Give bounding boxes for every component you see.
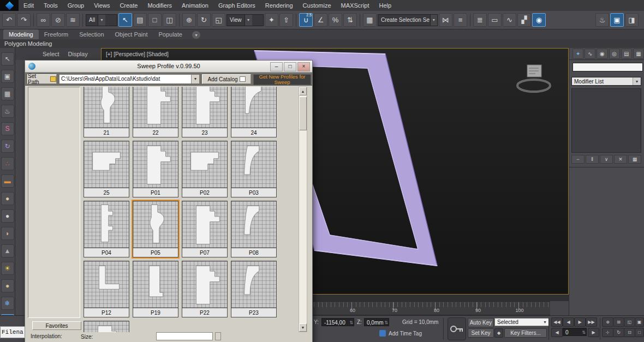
left-sphere-icon[interactable]: ● [1,209,14,223]
percent-snap-icon[interactable]: % [329,13,342,27]
left-select-icon[interactable]: ↖ [1,52,14,65]
select-manipulate-icon[interactable]: ✦ [265,13,278,27]
menu-customize[interactable]: Customize [298,0,336,11]
rendered-frame-icon[interactable]: ▣ [610,13,624,27]
menu-tools[interactable]: Tools [39,0,63,11]
make-unique-icon[interactable]: ∨ [600,155,613,164]
ribbon-group-display[interactable]: Display [68,51,88,57]
profile-item-P19[interactable]: P19 [133,261,178,317]
profile-item-P04[interactable]: P04 [84,201,129,257]
select-move-icon[interactable]: ⊕ [182,13,196,27]
favorites-button[interactable]: Favorites [32,321,81,330]
pan-icon[interactable]: ⊹ [602,328,613,337]
curve-editor-icon[interactable]: ∿ [503,13,516,27]
undo-icon[interactable]: ↶ [2,13,16,27]
spinner-icon[interactable]: ⇅ [349,319,353,327]
selection-region-icon[interactable]: □ [148,13,162,27]
create-tab-icon[interactable]: ✦ [573,49,583,59]
maximize-viewport-icon[interactable]: ⊡ [624,328,635,337]
left-geosphere-icon[interactable]: ● [1,279,14,292]
profile-item-P05-selected[interactable]: P05 [133,201,178,257]
tab-freeform[interactable]: Freeform [39,29,74,39]
left-cone-icon[interactable]: ▲ [1,244,14,257]
viewport-label[interactable]: [+] [Perspective] [Shaded] [106,51,169,57]
modify-tab-icon[interactable]: ∿ [585,49,595,59]
pin-stack-icon[interactable]: − [571,155,585,164]
left-sun-icon[interactable]: ☀ [1,262,14,275]
left-teapot-icon[interactable]: ♨ [1,105,14,118]
menu-edit[interactable]: Edit [19,0,39,11]
maxscript-listener[interactable]: Filena [0,326,25,338]
edit-named-selections-icon[interactable]: ▦ [363,13,377,27]
add-catalog-button[interactable]: Add Catalog [202,74,251,84]
spinner-snap-icon[interactable]: ⇅ [343,13,357,27]
menu-help[interactable]: Help [374,0,397,11]
left-blob-icon[interactable]: ● [1,192,14,205]
profile-item-P08[interactable]: P08 [231,201,277,257]
go-start-button[interactable]: ◀◀ [551,317,563,327]
select-link-icon[interactable]: ∞ [37,13,50,27]
profile-item-P02[interactable]: P02 [182,141,228,197]
max-logo-button[interactable] [0,0,19,11]
left-swirl-icon[interactable]: ↻ [1,140,14,153]
next-key-button[interactable]: ▶ [588,328,599,337]
named-selection-dropdown[interactable]: Create Selection Se ▾ [378,14,438,26]
render-production-icon[interactable]: ◨ [625,13,639,27]
menu-maxscript[interactable]: MAXScript [336,0,374,11]
profile-item-P12[interactable]: P12 [84,261,129,317]
add-time-tag-label[interactable]: Add Time Tag [389,331,422,337]
angle-snap-icon[interactable]: ∠ [314,13,327,27]
bind-spacewarp-icon[interactable]: ≋ [66,13,80,27]
orbit-icon[interactable]: ↻ [613,328,624,337]
zoom-extents-icon[interactable]: ◱ [624,317,635,327]
reference-coordinate-dropdown[interactable]: View ▾ [226,14,264,26]
path-combobox[interactable]: C:\Users\Яна\AppData\Local\Kstudio\dat ▾ [59,74,200,84]
select-object-icon[interactable]: ↖ [118,13,132,27]
ribbon-toggle-icon[interactable]: ▭ [488,13,502,27]
profile-item-24[interactable]: 24 [231,87,277,137]
mirror-icon[interactable]: ⋈ [439,13,452,27]
set-keys-button[interactable] [448,317,466,340]
zoom-region-icon[interactable]: ▣ [635,317,644,327]
left-bowl-icon[interactable]: ◗ [1,227,14,240]
selection-set-dropdown[interactable]: Selected ▾ [494,318,549,326]
menu-animation[interactable]: Animation [177,0,213,11]
set-key-button[interactable]: Set Key [468,328,494,338]
key-filters-button[interactable]: Key Filters... [504,328,547,338]
set-path-button[interactable]: Set Path [27,74,57,84]
profile-item-P01[interactable]: P01 [133,141,178,197]
snap-toggle-icon[interactable]: ∪2.5 [299,13,313,27]
align-icon[interactable]: ≡ [454,13,467,27]
modifier-stack[interactable] [571,88,641,153]
left-particles-icon[interactable]: ∴ [1,157,14,170]
configure-stack-icon[interactable]: ▦ [628,155,641,164]
ribbon-overflow-button[interactable]: ▾ [192,31,200,39]
profile-item-25[interactable]: 25 [84,141,129,197]
previous-frame-button[interactable]: ◀ [563,317,574,327]
keyboard-override-icon[interactable]: ⇧ [279,13,293,27]
zoom-all-icon[interactable]: ⊞ [613,317,624,327]
schematic-view-icon[interactable]: ▞ [517,13,531,27]
previous-key-button[interactable]: ◀ [551,328,563,337]
tab-modeling[interactable]: Modeling [3,29,39,39]
tab-populate[interactable]: Populate [153,29,187,39]
layer-manager-icon[interactable]: ≣ [473,13,487,27]
profile-item-partial[interactable] [84,321,129,332]
left-snowflake-icon[interactable]: ❄ [1,297,14,310]
menu-create[interactable]: Create [115,0,142,11]
auto-key-button[interactable]: Auto Key [468,318,494,327]
get-new-profiles-button[interactable]: Get New Profiles for Sweep [253,74,311,85]
spinner-icon[interactable]: ⇅ [384,319,388,327]
dialog-title-bar[interactable]: Sweep Profile v.0.99.50 – □ × [25,61,312,73]
go-end-button[interactable]: ▶▶ [586,317,597,327]
tab-selection[interactable]: Selection [74,29,109,39]
menu-views[interactable]: Views [89,0,115,11]
minimize-button[interactable]: – [270,62,283,71]
render-setup-icon[interactable]: ♨ [595,13,609,27]
size-spinner[interactable] [215,332,221,340]
profile-item-P07[interactable]: P07 [182,201,228,257]
scroll-up-icon[interactable]: ▲ [299,87,307,95]
modifier-list-dropdown[interactable]: Modifier List ▾ [571,77,641,86]
utilities-tab-icon[interactable]: ▦ [633,49,644,59]
close-button[interactable]: × [297,62,310,71]
